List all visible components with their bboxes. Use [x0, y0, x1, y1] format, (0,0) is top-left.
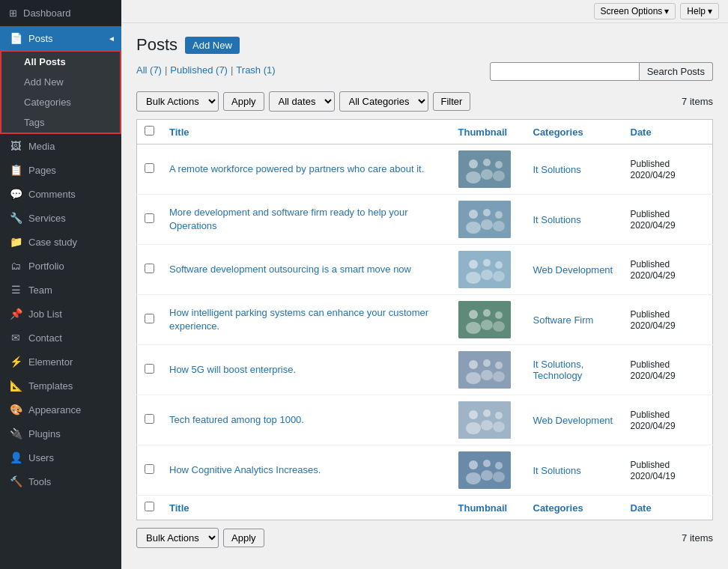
post-date-3: 2020/04/29: [631, 270, 676, 281]
sidebar-item-team[interactable]: ☰ Team: [0, 278, 121, 302]
row-checkbox-7[interactable]: [145, 464, 154, 474]
svg-rect-0: [458, 150, 511, 188]
apply-button-bottom[interactable]: Apply: [223, 529, 264, 547]
table-row: A remote workforce powered by partners w…: [137, 144, 713, 195]
items-count-bottom: 7 items: [682, 532, 713, 544]
post-category-7[interactable]: It Solutions: [533, 465, 581, 476]
svg-point-3: [483, 159, 491, 166]
all-dates-select[interactable]: All dates: [269, 91, 335, 112]
post-title-link-4[interactable]: How intelligent parking systems can enha…: [169, 307, 428, 332]
apply-button-top[interactable]: Apply: [223, 92, 264, 111]
sidebar-item-elementor-label: Elementor: [28, 356, 73, 368]
filter-links: All (7) | Published (7) | Trash (1): [136, 64, 276, 76]
sidebar-item-templates[interactable]: 📐 Templates: [0, 374, 121, 398]
col-footer-date: Date: [623, 496, 713, 520]
table-row: More development and software firm ready…: [137, 195, 713, 245]
sidebar-item-users[interactable]: 👤 Users: [0, 445, 121, 469]
post-title-link-1[interactable]: A remote workforce powered by partners w…: [169, 163, 424, 174]
post-category-1[interactable]: It Solutions: [533, 164, 581, 175]
sidebar-item-portfolio[interactable]: 🗂 Portfolio: [0, 254, 121, 278]
case-study-icon: 📁: [9, 236, 22, 248]
post-thumbnail-7: [458, 451, 511, 489]
post-title-link-6[interactable]: Tech featured among top 1000.: [169, 414, 304, 425]
sidebar-item-appearance[interactable]: 🎨 Appearance: [0, 398, 121, 422]
filter-trash-link[interactable]: Trash (1): [236, 64, 275, 76]
svg-point-37: [466, 422, 481, 434]
sidebar-subitem-add-new[interactable]: Add New: [1, 72, 120, 92]
help-button[interactable]: Help ▾: [680, 3, 719, 19]
row-checkbox-4[interactable]: [145, 314, 154, 323]
sidebar-item-posts[interactable]: 📄 Posts ◄: [0, 26, 121, 50]
svg-rect-14: [458, 251, 511, 288]
filter-published-link[interactable]: Published (7): [170, 64, 228, 76]
post-category-2[interactable]: It Solutions: [533, 214, 581, 225]
sidebar-item-media-label: Media: [28, 141, 55, 152]
sidebar-item-job-list[interactable]: 📌 Job List: [0, 302, 121, 326]
sidebar-subitem-all-posts[interactable]: All Posts: [1, 52, 120, 72]
sidebar-item-services[interactable]: 🔧 Services: [0, 206, 121, 230]
post-date-5: 2020/04/29: [631, 371, 676, 381]
row-checkbox-3[interactable]: [145, 264, 154, 273]
row-checkbox-2[interactable]: [145, 213, 154, 223]
sidebar-subitem-categories[interactable]: Categories: [1, 92, 120, 112]
row-checkbox-1[interactable]: [145, 163, 154, 173]
svg-point-6: [493, 171, 505, 181]
media-icon: 🖼: [9, 140, 22, 152]
select-all-checkbox-top[interactable]: [145, 126, 154, 136]
sidebar-item-team-label: Team: [28, 284, 52, 296]
svg-point-23: [466, 322, 481, 334]
sidebar-item-contact[interactable]: ✉ Contact: [0, 326, 121, 350]
post-title-link-3[interactable]: Software development outsourcing is a sm…: [169, 264, 411, 275]
sidebar-item-elementor[interactable]: ⚡ Elementor: [0, 350, 121, 374]
sidebar-brand[interactable]: ⊞ Dashboard: [0, 0, 121, 26]
bulk-actions-select-top[interactable]: Bulk Actions: [136, 91, 219, 112]
post-status-3: Published: [631, 259, 670, 270]
filter-button[interactable]: Filter: [433, 92, 471, 111]
table-row: Tech featured among top 1000. Web Develo…: [137, 395, 713, 445]
screen-options-label: Screen Options: [601, 6, 663, 16]
search-input[interactable]: [490, 62, 640, 81]
dashboard-icon: ⊞: [9, 7, 17, 19]
all-categories-select[interactable]: All Categories: [339, 91, 428, 112]
post-title-link-5[interactable]: How 5G will boost enterprise.: [169, 364, 296, 375]
appearance-icon: 🎨: [9, 404, 22, 416]
sidebar-item-services-label: Services: [28, 213, 66, 224]
sidebar-item-comments[interactable]: 💬 Comments: [0, 182, 121, 206]
sidebar-item-case-study[interactable]: 📁 Case study: [0, 230, 121, 254]
sidebar-item-media[interactable]: 🖼 Media: [0, 134, 121, 158]
post-category-4[interactable]: Software Firm: [533, 314, 594, 326]
contact-icon: ✉: [9, 332, 22, 344]
sidebar-item-pages[interactable]: 📋 Pages: [0, 158, 121, 182]
add-new-button[interactable]: Add New: [185, 37, 240, 54]
screen-options-chevron-icon: ▾: [664, 6, 669, 16]
sidebar-item-comments-label: Comments: [28, 189, 76, 200]
search-posts-button[interactable]: Search Posts: [640, 62, 713, 81]
svg-point-17: [483, 259, 491, 267]
sidebar: ⊞ Dashboard 📄 Posts ◄ All Posts Add New …: [0, 0, 121, 569]
svg-point-22: [469, 310, 478, 319]
svg-point-45: [483, 460, 491, 467]
sidebar-item-posts-label: Posts: [28, 33, 53, 44]
row-checkbox-6[interactable]: [145, 414, 154, 424]
sidebar-item-job-list-label: Job List: [28, 308, 62, 320]
post-category-5[interactable]: It Solutions, Technology: [533, 359, 584, 381]
sidebar-item-tools[interactable]: 🔨 Tools: [0, 469, 121, 493]
screen-options-button[interactable]: Screen Options ▾: [594, 3, 676, 19]
post-date-1: 2020/04/29: [631, 170, 676, 180]
bulk-actions-select-bottom[interactable]: Bulk Actions: [136, 528, 219, 548]
sidebar-item-plugins[interactable]: 🔌 Plugins: [0, 422, 121, 445]
post-category-3[interactable]: Web Development: [533, 264, 613, 276]
select-all-checkbox-bottom[interactable]: [145, 502, 154, 511]
posts-icon: 📄: [9, 32, 22, 44]
svg-point-33: [495, 362, 503, 369]
svg-point-40: [495, 412, 503, 419]
post-title-link-7[interactable]: How Cognitive Analytics Increases.: [169, 464, 321, 475]
sidebar-brand-label: Dashboard: [23, 7, 71, 19]
filter-all-link[interactable]: All (7): [136, 64, 162, 76]
post-status-2: Published: [631, 209, 670, 219]
row-checkbox-5[interactable]: [145, 364, 154, 374]
sidebar-item-appearance-label: Appearance: [28, 404, 81, 416]
post-category-6[interactable]: Web Development: [533, 415, 613, 426]
post-title-link-2[interactable]: More development and software firm ready…: [169, 207, 408, 231]
sidebar-subitem-tags[interactable]: Tags: [1, 112, 120, 133]
